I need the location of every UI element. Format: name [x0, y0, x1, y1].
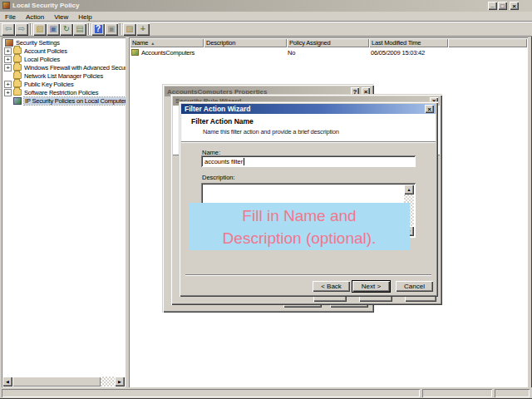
scroll-thumb[interactable]	[12, 377, 101, 387]
tree-item-label: IP Security Policies on Local Computer	[24, 97, 126, 105]
tree-item-windows-firewall[interactable]: + Windows Firewall with Advanced Securit…	[4, 63, 126, 71]
column-header-name[interactable]: Name ▴	[130, 38, 204, 47]
next-button[interactable]: Next >	[352, 281, 390, 292]
arrow-up-icon: ▲	[407, 187, 411, 192]
expand-icon[interactable]: +	[4, 56, 12, 63]
column-label: Name	[132, 39, 148, 47]
export-list-button[interactable]: ▤	[73, 23, 86, 36]
console-tree-icon: ▧	[36, 25, 43, 33]
tree-item-network-list-manager[interactable]: Network List Manager Policies	[13, 71, 103, 80]
table-row[interactable]: AccountsComputers No 06/05/2009 15:03:42	[130, 48, 527, 57]
expand-icon[interactable]: +	[4, 47, 12, 55]
status-bar	[0, 387, 532, 398]
scroll-left-button[interactable]: ◀	[2, 377, 12, 387]
folder-icon	[13, 64, 22, 71]
annotation-line-2: Description (optional).	[189, 227, 410, 249]
back-label: < Back	[321, 283, 342, 290]
local-security-policy-window: Local Security Policy _ □ × File Action …	[0, 0, 532, 399]
toolbar-separator	[88, 23, 90, 35]
expand-icon[interactable]: +	[4, 64, 12, 71]
manage-filter-lists-button[interactable]: +	[136, 23, 150, 36]
window-title: Local Security Policy	[12, 2, 79, 9]
column-header-filler	[448, 38, 527, 47]
status-section-3	[495, 389, 530, 397]
cell-text: AccountsComputers	[141, 49, 195, 57]
tree-item-local-policies[interactable]: + Local Policies	[4, 55, 60, 63]
close-button[interactable]: ×	[510, 2, 519, 10]
folder-icon	[13, 47, 22, 54]
menu-action[interactable]: Action	[21, 13, 49, 21]
filter-action-wizard-title: Filter Action Wizard	[185, 105, 250, 113]
help-button[interactable]: ?	[91, 23, 105, 36]
help-icon: ?	[95, 25, 102, 33]
column-header-description[interactable]: Description	[204, 38, 287, 47]
row-name-cell: AccountsComputers	[131, 48, 204, 57]
tree-item-security-settings[interactable]: Security Settings	[5, 38, 60, 47]
filter-action-wizard-close-button[interactable]: ×	[425, 105, 434, 113]
menu-help[interactable]: Help	[73, 13, 96, 21]
maximize-button[interactable]: □	[498, 2, 507, 10]
add-filter-icon: +	[140, 25, 145, 33]
column-label: Last Modified Time	[372, 39, 421, 47]
name-input[interactable]: accounts filter	[201, 155, 416, 167]
filter-action-wizard-titlebar[interactable]: Filter Action Wizard ×	[181, 104, 436, 114]
annotation-line-1: Fill in Name and	[189, 204, 410, 227]
arrow-left-icon: ◀	[6, 379, 9, 384]
cancel-label: Cancel	[404, 283, 425, 290]
expand-icon[interactable]: +	[4, 89, 12, 96]
show-action-pane-button[interactable]: ▣	[47, 23, 60, 36]
folder-icon	[13, 89, 22, 96]
row-policy-assigned-cell: No	[288, 48, 369, 57]
close-icon: ×	[427, 106, 431, 113]
tree-item-label: Windows Firewall with Advanced Security	[24, 64, 126, 71]
folder-icon	[13, 56, 22, 62]
window-titlebar[interactable]: Local Security Policy _ □ ×	[0, 0, 532, 12]
sort-ascending-icon: ▴	[151, 40, 154, 46]
ip-security-icon	[13, 97, 22, 105]
menu-view[interactable]: View	[49, 13, 73, 21]
properties-window-icon: ▣	[107, 25, 115, 33]
wizard-subheading: Name this filter action and provide a br…	[203, 128, 339, 135]
tree-item-label: Public Key Policies	[24, 81, 74, 88]
row-last-modified-cell: 06/05/2009 15:03:42	[371, 48, 450, 57]
create-ip-policy-button[interactable]: ▨	[123, 23, 136, 36]
back-button[interactable]: ⇦	[2, 23, 15, 36]
scroll-up-button[interactable]: ▲	[404, 185, 414, 195]
menu-file[interactable]: File	[0, 13, 21, 21]
tree-horizontal-scrollbar[interactable]: ◀ ▶	[2, 377, 125, 387]
tree-item-label: Security Settings	[16, 39, 60, 47]
wizard-footer-separator	[185, 274, 431, 276]
toolbar: ⇦ ⇨ ▧ ▣ ↻ ▤ ? ▣ ▨ +	[0, 22, 532, 37]
refresh-button[interactable]: ↻	[60, 23, 73, 36]
filter-action-wizard-dialog: Filter Action Wizard × Filter Action Nam…	[179, 101, 438, 297]
forward-icon: ⇨	[18, 25, 25, 33]
tree-item-software-restriction[interactable]: + Software Restriction Policies	[4, 88, 98, 96]
toolbar-separator	[120, 23, 121, 35]
export-list-icon: ▤	[76, 25, 83, 33]
show-console-tree-button[interactable]: ▧	[33, 23, 47, 36]
text-cursor	[244, 158, 244, 165]
column-header-policy-assigned[interactable]: Policy Assigned	[287, 38, 369, 47]
cancel-button[interactable]: Cancel	[396, 281, 433, 292]
list-header-row: Name ▴ Description Policy Assigned Last …	[130, 38, 527, 47]
minimize-button[interactable]: _	[488, 2, 497, 10]
back-button[interactable]: < Back	[313, 281, 350, 292]
cell-text: No	[288, 49, 295, 57]
scroll-right-button[interactable]: ▶	[115, 377, 125, 387]
tree-item-label: Network List Manager Policies	[24, 72, 103, 80]
tree-item-ip-security-policies[interactable]: IP Security Policies on Local Computer	[13, 96, 126, 105]
column-label: Policy Assigned	[289, 39, 331, 47]
folder-icon	[13, 81, 22, 87]
properties-button[interactable]: ▣	[105, 23, 118, 36]
status-section-main	[2, 389, 420, 397]
folder-icon	[13, 72, 22, 79]
tutorial-annotation: Fill in Name and Description (optional).	[189, 203, 410, 250]
refresh-icon: ↻	[63, 25, 70, 33]
create-policy-icon: ▨	[126, 25, 133, 33]
forward-button[interactable]: ⇨	[15, 23, 28, 36]
menu-bar: File Action View Help	[0, 12, 532, 22]
expand-icon[interactable]: +	[4, 81, 12, 88]
column-header-last-modified[interactable]: Last Modified Time	[369, 38, 448, 47]
wizard-header: Filter Action Name Name this filter acti…	[181, 114, 436, 142]
back-icon: ⇦	[5, 25, 12, 33]
